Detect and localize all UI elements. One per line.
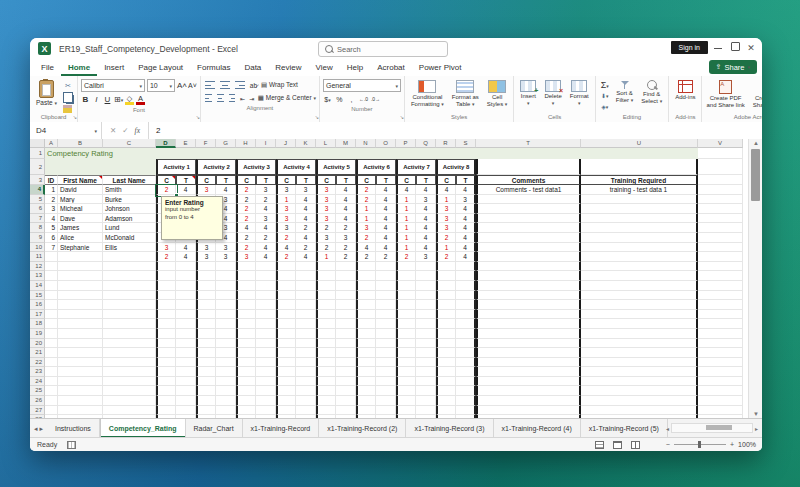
cell-N27[interactable]	[356, 406, 376, 416]
cell-U4[interactable]: training - test data 1	[581, 185, 698, 195]
cell-U22[interactable]	[581, 358, 698, 368]
cell-H24[interactable]	[236, 377, 256, 387]
cell-A5[interactable]: 2	[45, 195, 58, 205]
page-layout-view-icon[interactable]	[613, 441, 622, 449]
cell-Q26[interactable]	[416, 396, 436, 406]
cell-B23[interactable]	[58, 367, 103, 377]
cell-N11[interactable]: 2	[356, 252, 376, 262]
cell-S7[interactable]: 4	[456, 214, 476, 224]
cell-I19[interactable]	[256, 329, 276, 339]
cell-V4[interactable]	[698, 185, 743, 195]
select-all-corner[interactable]	[30, 139, 45, 148]
cell-N25[interactable]	[356, 386, 376, 396]
cell-M12[interactable]	[336, 262, 356, 272]
cell-D26[interactable]	[156, 396, 176, 406]
header-c-activity-6[interactable]: C	[356, 175, 376, 185]
cell-H12[interactable]	[236, 262, 256, 272]
cell-U11[interactable]	[581, 252, 698, 262]
cell-U15[interactable]	[581, 291, 698, 301]
cell-M19[interactable]	[336, 329, 356, 339]
cell-P10[interactable]: 1	[396, 243, 416, 253]
cell-L11[interactable]: 1	[316, 252, 336, 262]
cell-K19[interactable]	[296, 329, 316, 339]
cell-Q17[interactable]	[416, 310, 436, 320]
cell-M20[interactable]	[336, 339, 356, 349]
cell-I10[interactable]: 4	[256, 243, 276, 253]
cell-V3[interactable]	[698, 175, 743, 185]
cell-B11[interactable]	[58, 252, 103, 262]
comma-button[interactable]: ,	[347, 96, 356, 103]
cell-I16[interactable]	[256, 300, 276, 310]
activity-header-1[interactable]: Activity 1	[156, 159, 196, 175]
autosum-button[interactable]: Σ▾	[599, 81, 611, 90]
cell-K24[interactable]	[296, 377, 316, 387]
col-header-D[interactable]: D	[156, 139, 176, 148]
cell-D12[interactable]	[156, 262, 176, 272]
cell-B24[interactable]	[58, 377, 103, 387]
col-header-P[interactable]: P	[396, 139, 416, 148]
cell-O18[interactable]	[376, 319, 396, 329]
cell-V23[interactable]	[698, 367, 743, 377]
align-right-button[interactable]	[228, 93, 237, 103]
cell-K17[interactable]	[296, 310, 316, 320]
cell-G15[interactable]	[216, 291, 236, 301]
cell-M13[interactable]	[336, 271, 356, 281]
cell-T11[interactable]	[476, 252, 581, 262]
cell-L8[interactable]: 2	[316, 223, 336, 233]
cell-V2[interactable]	[698, 159, 743, 175]
cell-L23[interactable]	[316, 367, 336, 377]
cell-A24[interactable]	[45, 377, 58, 387]
cell-G11[interactable]: 3	[216, 252, 236, 262]
cell-B14[interactable]	[58, 281, 103, 291]
row-header-19[interactable]: 19	[30, 329, 45, 339]
cell-U21[interactable]	[581, 348, 698, 358]
cell-V12[interactable]	[698, 262, 743, 272]
cell-V10[interactable]	[698, 243, 743, 253]
cell-O22[interactable]	[376, 358, 396, 368]
cell-J19[interactable]	[276, 329, 296, 339]
cell-S17[interactable]	[456, 310, 476, 320]
align-left-button[interactable]	[204, 93, 213, 103]
cell-L4[interactable]: 3	[316, 185, 336, 195]
cell-Q25[interactable]	[416, 386, 436, 396]
cell-N16[interactable]	[356, 300, 376, 310]
scroll-left-icon[interactable]: ◂	[666, 425, 669, 432]
cell-L13[interactable]	[316, 271, 336, 281]
activity-header-4[interactable]: Activity 4	[276, 159, 316, 175]
conditional-formatting-button[interactable]: ConditionalFormatting ▾	[408, 79, 447, 113]
cell-F15[interactable]	[196, 291, 216, 301]
cell-J13[interactable]	[276, 271, 296, 281]
cell-F23[interactable]	[196, 367, 216, 377]
cell-V27[interactable]	[698, 406, 743, 416]
cell-K23[interactable]	[296, 367, 316, 377]
confirm-entry-icon[interactable]: ✓	[122, 126, 128, 135]
sheet-tab-x1-training-record-4-[interactable]: x1-Training-Record (4)	[494, 419, 581, 438]
header-t-activity-7[interactable]: T	[416, 175, 436, 185]
cell-Q19[interactable]	[416, 329, 436, 339]
cell-A11[interactable]	[45, 252, 58, 262]
format-as-table-button[interactable]: Format asTable ▾	[449, 79, 482, 113]
cell-U7[interactable]	[581, 214, 698, 224]
cell-E14[interactable]	[176, 281, 196, 291]
cell-H20[interactable]	[236, 339, 256, 349]
cell-A27[interactable]	[45, 406, 58, 416]
cell-F11[interactable]: 3	[196, 252, 216, 262]
cell-K21[interactable]	[296, 348, 316, 358]
row-header-22[interactable]: 22	[30, 358, 45, 368]
cell-H11[interactable]: 3	[236, 252, 256, 262]
cut-button[interactable]: ✂	[62, 81, 74, 90]
cell-C16[interactable]	[103, 300, 156, 310]
name-box[interactable]: D4▾	[30, 122, 102, 139]
cell-C22[interactable]	[103, 358, 156, 368]
cell-J11[interactable]: 2	[276, 252, 296, 262]
cell-P16[interactable]	[396, 300, 416, 310]
cell-O8[interactable]: 4	[376, 223, 396, 233]
cell-H5[interactable]: 2	[236, 195, 256, 205]
cell-P25[interactable]	[396, 386, 416, 396]
top-align-button[interactable]	[204, 80, 216, 90]
cell-G19[interactable]	[216, 329, 236, 339]
col-header-U[interactable]: U	[581, 139, 698, 148]
cell-H22[interactable]	[236, 358, 256, 368]
italic-button[interactable]: I	[92, 95, 101, 104]
cell-F4[interactable]: 3	[196, 185, 216, 195]
